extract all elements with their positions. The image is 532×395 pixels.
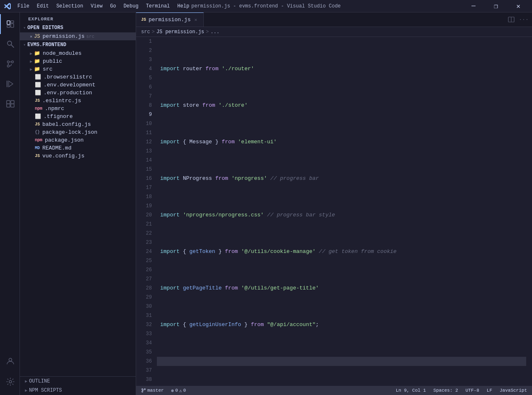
line-num-30: 30 — [136, 302, 152, 311]
menu-view[interactable]: View — [87, 2, 106, 10]
sidebar-item-env-prod[interactable]: ⬜ .env.production — [20, 89, 136, 97]
line-num-8: 8 — [136, 101, 152, 110]
open-file-permission-js[interactable]: ✕ JS permission.js src — [20, 32, 136, 40]
activity-source-control[interactable] — [0, 54, 20, 74]
line-num-7: 7 — [136, 92, 152, 101]
evms-frontend-label: EVMS.FRONTEND — [27, 42, 66, 48]
file-icon: ⬜ — [35, 74, 41, 80]
sidebar-item-babel-config[interactable]: JS babel.config.js — [20, 120, 136, 128]
node-modules-label: node_modules — [43, 50, 82, 56]
activity-run[interactable] — [0, 74, 20, 94]
menu-help[interactable]: Help — [174, 2, 193, 10]
chevron-right-icon: ▶ — [25, 388, 27, 393]
folder-icon: 📁 — [34, 50, 40, 56]
chevron-down-icon: ▾ — [23, 42, 26, 47]
activity-explorer[interactable] — [0, 14, 20, 34]
md-file-icon: MD — [35, 146, 40, 150]
activity-extensions[interactable] — [0, 94, 20, 114]
svg-point-6 — [7, 61, 9, 63]
git-branch-name: master — [147, 388, 164, 393]
outline-label: OUTLINE — [29, 378, 50, 384]
tab-permission-js[interactable]: JS permission.js ✕ — [136, 12, 204, 27]
chevron-right-icon: ▶ — [25, 379, 27, 384]
sidebar-item-public[interactable]: ▶ 📁 public — [20, 57, 136, 65]
status-bar-right: Ln 9, Col 1 Spaces: 2 UTF-8 LF JavaScrip… — [394, 388, 529, 393]
indentation[interactable]: Spaces: 2 — [432, 388, 459, 393]
status-bar: master ⊗ 0 ⚠ 0 Ln 9, Col 1 Spaces: 2 UTF… — [136, 386, 532, 395]
language-mode[interactable]: JavaScript — [498, 388, 529, 393]
sidebar-item-eslintrc[interactable]: JS .eslintrc.js — [20, 97, 136, 105]
breadcrumb-more[interactable]: ... — [210, 29, 220, 35]
line-num-12: 12 — [136, 137, 152, 147]
breadcrumb-sep-1: > — [152, 29, 155, 35]
tab-close-button[interactable]: ✕ — [193, 16, 198, 23]
vue-config-label: vue.config.js — [42, 153, 84, 159]
sidebar-item-browserslistrc[interactable]: ⬜ .browserslistrc — [20, 73, 136, 81]
split-editor-button[interactable] — [506, 15, 516, 25]
npm-scripts-label: NPM SCRIPTS — [29, 388, 62, 393]
more-actions-button[interactable]: ··· — [519, 15, 529, 25]
eslintrc-label: .eslintrc.js — [42, 98, 81, 104]
editor-area: JS permission.js ✕ ··· src > JS permissi… — [136, 12, 532, 395]
sidebar-item-readme[interactable]: MD README.md — [20, 144, 136, 152]
browserslistrc-label: .browserslistrc — [44, 74, 92, 80]
activity-search[interactable] — [0, 34, 20, 54]
sidebar-item-src[interactable]: ▶ 📁 src — [20, 65, 136, 73]
git-branch[interactable]: master — [139, 388, 166, 393]
tab-bar-actions: ··· — [503, 12, 532, 27]
chevron-down-icon: ▾ — [23, 25, 26, 30]
menu-go[interactable]: Go — [107, 2, 119, 10]
code-line-3: import { Message } from 'element-ui' — [157, 137, 526, 147]
activity-accounts[interactable] — [0, 351, 20, 371]
menu-terminal[interactable]: Terminal — [143, 2, 173, 10]
menu-edit[interactable]: Edit — [34, 2, 52, 10]
sidebar-item-vue-config[interactable]: JS vue.config.js — [20, 152, 136, 160]
line-num-3: 3 — [136, 55, 152, 64]
sidebar-item-package-json[interactable]: npm package.json — [20, 136, 136, 144]
minimize-button[interactable]: ─ — [464, 0, 483, 12]
line-ending[interactable]: LF — [485, 388, 494, 393]
error-count[interactable]: ⊗ 0 ⚠ 0 — [170, 388, 188, 393]
src-label: src — [43, 66, 52, 72]
spaces-text: Spaces: 2 — [433, 388, 458, 393]
status-bar-left: master ⊗ 0 ⚠ 0 — [139, 388, 188, 393]
activity-settings[interactable] — [0, 372, 20, 392]
line-num-37: 37 — [136, 366, 152, 375]
npm-scripts-section[interactable]: ▶ NPM SCRIPTS — [20, 386, 136, 395]
close-button[interactable]: ✕ — [509, 0, 528, 12]
menu-debug[interactable]: Debug — [120, 2, 142, 10]
maximize-button[interactable]: ❐ — [486, 0, 505, 12]
line-num-26: 26 — [136, 265, 152, 275]
line-num-19: 19 — [136, 201, 152, 211]
menu-selection[interactable]: Selection — [53, 2, 87, 10]
folder-icon: 📁 — [34, 66, 40, 72]
breadcrumb: src > JS permission.js > ... — [136, 27, 532, 37]
close-icon[interactable]: ✕ — [30, 34, 32, 39]
code-content[interactable]: import router from './router' import sto… — [157, 37, 526, 386]
breadcrumb-src[interactable]: src — [141, 29, 150, 35]
line-num-27: 27 — [136, 275, 152, 284]
menu-file[interactable]: File — [14, 2, 33, 10]
encoding[interactable]: UTF-8 — [464, 388, 481, 393]
cursor-position[interactable]: Ln 9, Col 1 — [394, 388, 428, 393]
scroll-bar[interactable] — [526, 37, 532, 386]
breadcrumb-file[interactable]: JS permission.js — [156, 29, 204, 35]
line-num-10: 10 — [136, 119, 152, 128]
open-editors-header[interactable]: ▾ OPEN EDITORS — [20, 23, 136, 32]
code-line-1: import router from './router' — [157, 64, 526, 74]
open-editors-label: OPEN EDITORS — [27, 25, 63, 31]
evms-frontend-header[interactable]: ▾ EVMS.FRONTEND — [20, 40, 136, 49]
line-num-4: 4 — [136, 64, 152, 74]
sidebar-item-node-modules[interactable]: ▶ 📁 node_modules — [20, 49, 136, 57]
sidebar-item-env-dev[interactable]: ⬜ .env.development — [20, 81, 136, 89]
code-editor[interactable]: 1 2 3 4 5 6 7 8 9 10 11 12 13 14 15 16 1… — [136, 37, 532, 386]
tab-bar: JS permission.js ✕ ··· — [136, 12, 532, 27]
line-num-20: 20 — [136, 211, 152, 220]
package-json-label: package.json — [45, 137, 84, 143]
svg-rect-0 — [7, 21, 10, 25]
sidebar-item-npmrc[interactable]: npm .npmrc — [20, 105, 136, 113]
sidebar-item-tfignore[interactable]: ⬜ .tfignore — [20, 113, 136, 120]
sidebar-item-package-lock[interactable]: {} package-lock.json — [20, 128, 136, 136]
sidebar: Explorer ▾ OPEN EDITORS ✕ JS permission.… — [20, 12, 136, 395]
outline-section[interactable]: ▶ OUTLINE — [20, 377, 136, 386]
